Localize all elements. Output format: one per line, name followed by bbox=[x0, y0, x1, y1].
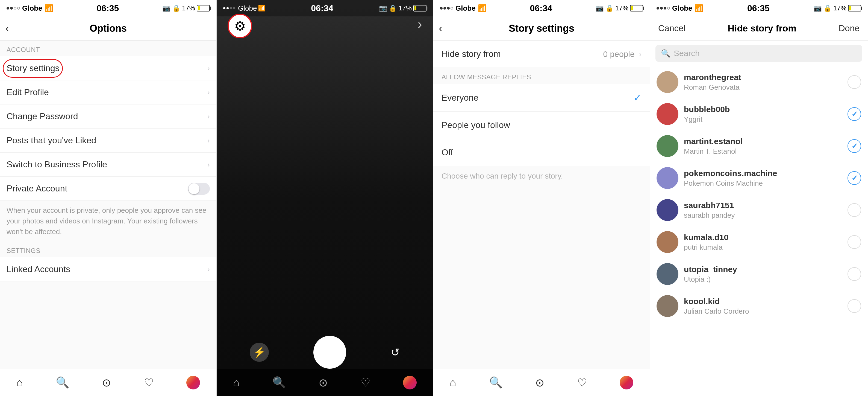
search-magnifier-icon: 🔍 bbox=[661, 49, 671, 58]
menu-item-switch-business[interactable]: Switch to Business Profile › bbox=[0, 152, 216, 177]
menu-item-story-settings[interactable]: Story settings › bbox=[0, 56, 216, 80]
heart-icon-1[interactable]: ♡ bbox=[144, 376, 154, 389]
user-row-martint[interactable]: martint.estanol Martin T. Estanol bbox=[650, 130, 868, 162]
signal-4 bbox=[656, 7, 670, 9]
avatar-kumala bbox=[656, 231, 678, 253]
fullname-pokemon: Pokemon Coins Machine bbox=[684, 179, 842, 188]
cam-wifi: 📶 bbox=[258, 5, 265, 12]
private-account-description: When your account is private, only peopl… bbox=[0, 201, 216, 242]
menu-item-change-password[interactable]: Change Password › bbox=[0, 105, 216, 129]
user-row-kumala[interactable]: kumala.d10 putri kumala bbox=[650, 226, 868, 258]
user-row-pokemon[interactable]: pokemoncoins.machine Pokemon Coins Machi… bbox=[650, 162, 868, 194]
private-account-label: Private Account bbox=[6, 183, 67, 194]
sig4-d2 bbox=[660, 7, 663, 9]
status-bar-1: Globe 📶 06:35 📷 🔒 17% bbox=[0, 0, 216, 17]
camera-next-arrow[interactable]: › bbox=[418, 17, 422, 31]
check-kumala[interactable] bbox=[847, 235, 861, 249]
search-input-placeholder: Search bbox=[674, 49, 700, 58]
home-icon-3[interactable]: ⌂ bbox=[450, 376, 456, 389]
reply-option-everyone[interactable]: Everyone ✓ bbox=[433, 84, 650, 112]
search-icon-3[interactable]: 🔍 bbox=[489, 376, 503, 389]
cam-camera-btn[interactable]: ⊙ bbox=[318, 376, 328, 389]
wifi-3: 📶 bbox=[478, 4, 487, 12]
cam-icon-4: 📷 bbox=[814, 4, 822, 12]
profile-avatar-1[interactable] bbox=[186, 376, 200, 390]
done-button[interactable]: Done bbox=[839, 23, 860, 33]
toggle-thumb bbox=[188, 183, 199, 194]
camera-panel: Globe 📶 06:34 📷 🔒 17% ⚙ › ⚡ ↺ ⌂ 🔍 ⊙ ♡ bbox=[217, 0, 433, 396]
cam-carrier: Globe bbox=[238, 4, 257, 12]
sig3-d1 bbox=[440, 7, 443, 9]
avatar-martint bbox=[656, 135, 678, 157]
fullname-koool: Julian Carlo Cordero bbox=[684, 307, 842, 316]
check-maronthegreat[interactable] bbox=[847, 75, 861, 89]
cam-signal-dot-3 bbox=[230, 7, 232, 9]
user-info-kumala: kumala.d10 putri kumala bbox=[684, 233, 842, 252]
menu-item-posts-liked[interactable]: Posts that you've Liked › bbox=[0, 129, 216, 152]
user-row-utopia[interactable]: utopia_tinney Utopia :) bbox=[650, 258, 868, 290]
signal-dot-4 bbox=[17, 7, 20, 9]
cam-search-icon[interactable]: 🔍 bbox=[272, 376, 286, 389]
battery-fill-4 bbox=[849, 6, 851, 10]
cancel-button[interactable]: Cancel bbox=[658, 23, 685, 33]
people-follow-label: People you follow bbox=[441, 120, 510, 130]
cam-signal-dot-4 bbox=[233, 7, 235, 9]
reply-option-follow[interactable]: People you follow bbox=[433, 112, 650, 139]
user-info-pokemon: pokemoncoins.machine Pokemon Coins Machi… bbox=[684, 169, 842, 188]
username-martint: martint.estanol bbox=[684, 137, 842, 146]
heart-icon-3[interactable]: ♡ bbox=[577, 376, 587, 389]
cam-signal-dot-2 bbox=[226, 7, 229, 9]
camera-icon-3[interactable]: ⊙ bbox=[535, 376, 545, 389]
edit-profile-label: Edit Profile bbox=[6, 87, 49, 97]
back-button-1[interactable]: ‹ bbox=[5, 22, 9, 34]
home-icon-1[interactable]: ⌂ bbox=[17, 376, 23, 389]
edit-profile-chevron: › bbox=[207, 88, 210, 97]
fullname-bubbleb00b: Yggrit bbox=[684, 115, 842, 123]
reply-option-off[interactable]: Off bbox=[433, 139, 650, 166]
check-saurabh[interactable] bbox=[847, 203, 861, 217]
check-bubbleb00b[interactable] bbox=[847, 107, 861, 121]
capture-button[interactable] bbox=[313, 336, 346, 369]
sig4-d1 bbox=[656, 7, 659, 9]
lock-icon-3: 🔒 bbox=[606, 4, 614, 12]
switch-business-chevron: › bbox=[207, 160, 210, 169]
check-pokemon[interactable] bbox=[847, 171, 861, 185]
hide-story-row[interactable]: Hide story from 0 people › bbox=[433, 40, 650, 68]
cam-heart-icon[interactable]: ♡ bbox=[361, 376, 370, 389]
search-bar[interactable]: 🔍 Search bbox=[655, 45, 862, 62]
private-account-toggle[interactable] bbox=[188, 183, 210, 195]
camera-icon-1[interactable]: ⊙ bbox=[102, 376, 111, 389]
avatar-maronthegreat bbox=[656, 71, 678, 93]
private-account-row: Private Account bbox=[0, 177, 216, 201]
hide-story-header: Cancel Hide story from Done bbox=[650, 17, 868, 40]
username-kumala: kumala.d10 bbox=[684, 233, 842, 242]
sig3-d4 bbox=[451, 7, 453, 9]
flash-button[interactable]: ⚡ bbox=[250, 343, 269, 362]
change-password-label: Change Password bbox=[6, 111, 78, 121]
username-pokemon: pokemoncoins.machine bbox=[684, 169, 842, 178]
cam-profile-avatar[interactable] bbox=[403, 376, 417, 390]
user-row-maronthegreat[interactable]: maronthegreat Roman Genovata bbox=[650, 66, 868, 98]
user-info-martint: martint.estanol Martin T. Estanol bbox=[684, 137, 842, 155]
status-bar-left-1: Globe 📶 bbox=[6, 4, 53, 12]
search-icon-1[interactable]: 🔍 bbox=[56, 376, 69, 389]
avatar-pokemon bbox=[656, 167, 678, 189]
flip-camera-button[interactable]: ↺ bbox=[391, 346, 400, 359]
back-button-3[interactable]: ‹ bbox=[439, 22, 442, 34]
cam-home-icon[interactable]: ⌂ bbox=[233, 376, 240, 389]
user-row-saurabh[interactable]: saurabh7151 saurabh pandey bbox=[650, 194, 868, 226]
avatar-bubbleb00b bbox=[656, 103, 678, 125]
menu-item-linked-accounts[interactable]: Linked Accounts › bbox=[0, 257, 216, 281]
gear-button[interactable]: ⚙ bbox=[227, 14, 252, 38]
fullname-utopia: Utopia :) bbox=[684, 275, 842, 284]
profile-avatar-3[interactable] bbox=[620, 376, 633, 390]
check-utopia[interactable] bbox=[847, 267, 861, 281]
username-utopia: utopia_tinney bbox=[684, 265, 842, 274]
check-martint[interactable] bbox=[847, 139, 861, 153]
everyone-label: Everyone bbox=[441, 93, 478, 103]
lock-icon-4: 🔒 bbox=[824, 4, 832, 12]
user-row-koool[interactable]: koool.kid Julian Carlo Cordero bbox=[650, 290, 868, 322]
user-row-bubbleb00b[interactable]: bubbleb00b Yggrit bbox=[650, 98, 868, 130]
check-koool[interactable] bbox=[847, 299, 861, 313]
menu-item-edit-profile[interactable]: Edit Profile › bbox=[0, 80, 216, 105]
